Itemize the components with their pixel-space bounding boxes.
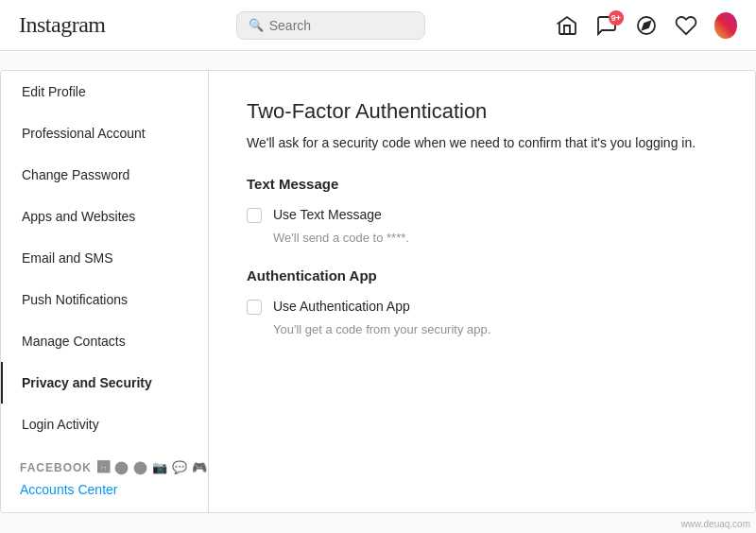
fb-icon-3: ⬤ bbox=[133, 460, 148, 474]
content-area: Two-Factor Authentication We'll ask for … bbox=[209, 71, 755, 512]
auth-app-option-desc: You'll get a code from your security app… bbox=[273, 322, 717, 336]
settings-panel: Edit Profile Professional Account Change… bbox=[0, 70, 756, 513]
auth-app-option-row: Use Authentication App bbox=[247, 299, 717, 315]
header: Instagram 🔍 9+ bbox=[0, 0, 756, 51]
search-bar[interactable]: 🔍 bbox=[236, 11, 425, 40]
profile-avatar[interactable] bbox=[714, 14, 737, 37]
fb-icon-6: 🎮 bbox=[192, 460, 208, 474]
auth-app-option-label: Use Authentication App bbox=[273, 299, 410, 314]
home-icon[interactable] bbox=[556, 14, 578, 37]
page-subtitle: We'll ask for a security code when we ne… bbox=[247, 133, 717, 153]
fb-icon-5: 💬 bbox=[172, 460, 188, 474]
auth-app-checkbox[interactable] bbox=[247, 300, 262, 315]
messages-icon[interactable]: 9+ bbox=[595, 14, 618, 37]
accounts-center-link[interactable]: Accounts Center bbox=[1, 478, 208, 512]
heart-icon[interactable] bbox=[675, 14, 697, 37]
facebook-icons: 🅰 ⬤ ⬤ 📷 💬 🎮 bbox=[97, 460, 208, 474]
page-title: Two-Factor Authentication bbox=[247, 99, 717, 124]
sidebar-item-login-activity[interactable]: Login Activity bbox=[1, 404, 208, 445]
text-message-title: Text Message bbox=[247, 176, 717, 192]
instagram-logo: Instagram bbox=[19, 12, 105, 38]
facebook-section-header: FACEBOOK 🅰 ⬤ ⬤ 📷 💬 🎮 bbox=[1, 445, 208, 478]
text-message-option-row: Use Text Message bbox=[247, 207, 717, 223]
facebook-label: FACEBOOK bbox=[20, 461, 92, 474]
sidebar-item-change-password[interactable]: Change Password bbox=[1, 154, 208, 196]
search-input[interactable] bbox=[269, 18, 402, 33]
sidebar-item-manage-contacts[interactable]: Manage Contacts bbox=[1, 320, 208, 362]
sidebar-item-privacy-and-security[interactable]: Privacy and Security bbox=[1, 362, 208, 404]
text-message-option-desc: We'll send a code to ****. bbox=[273, 231, 717, 245]
fb-icon-1: 🅰 bbox=[97, 460, 111, 474]
sidebar-item-email-and-sms[interactable]: Email and SMS bbox=[1, 237, 208, 279]
text-message-option-label: Use Text Message bbox=[273, 207, 382, 222]
text-message-checkbox[interactable] bbox=[247, 208, 262, 223]
header-icons: 9+ bbox=[556, 14, 737, 37]
settings-sidebar: Edit Profile Professional Account Change… bbox=[1, 71, 209, 512]
fb-icon-4: 📷 bbox=[152, 460, 168, 474]
avatar bbox=[714, 12, 737, 39]
auth-app-section: Authentication App Use Authentication Ap… bbox=[247, 267, 717, 336]
svg-marker-1 bbox=[643, 21, 650, 28]
messages-badge: 9+ bbox=[609, 10, 624, 26]
text-message-section: Text Message Use Text Message We'll send… bbox=[247, 176, 717, 245]
sidebar-item-apps-and-websites[interactable]: Apps and Websites bbox=[1, 196, 208, 237]
watermark: www.deuaq.com bbox=[681, 519, 750, 529]
search-icon: 🔍 bbox=[249, 18, 264, 32]
sidebar-item-push-notifications[interactable]: Push Notifications bbox=[1, 279, 208, 320]
auth-app-title: Authentication App bbox=[247, 267, 717, 284]
sidebar-item-professional-account[interactable]: Professional Account bbox=[1, 112, 208, 154]
compass-icon[interactable] bbox=[635, 14, 658, 37]
sidebar-item-edit-profile[interactable]: Edit Profile bbox=[1, 71, 208, 112]
fb-icon-2: ⬤ bbox=[114, 460, 129, 474]
